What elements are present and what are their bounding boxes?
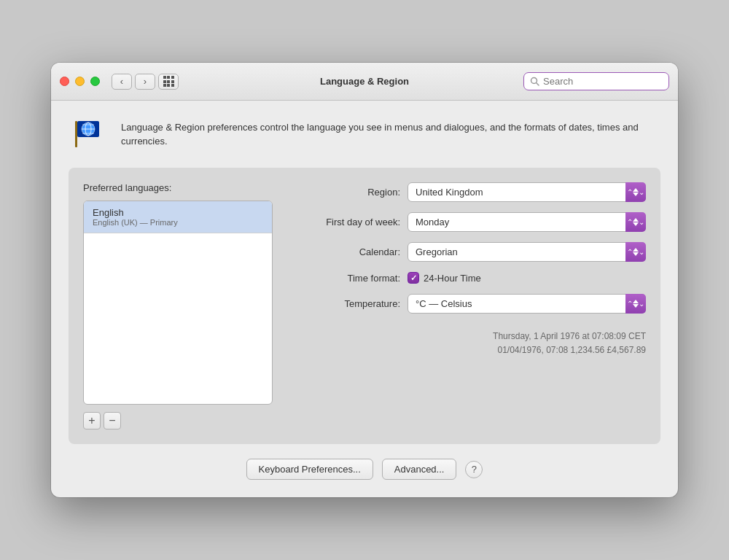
search-icon: [530, 77, 539, 86]
calendar-select-wrapper: Gregorian: [408, 242, 646, 262]
preview-line-1: Thursday, 1 April 1976 at 07:08:09 CET: [295, 330, 646, 343]
calendar-row: Calendar: Gregorian: [295, 242, 646, 262]
time-format-label: Time format:: [295, 273, 400, 284]
time-format-checkbox-area: 24-Hour Time: [408, 272, 481, 284]
forward-button[interactable]: ›: [135, 74, 155, 90]
help-button[interactable]: ?: [465, 461, 483, 478]
titlebar: ‹ › Language & Region: [51, 63, 678, 101]
add-language-button[interactable]: +: [83, 412, 101, 429]
left-column: Preferred languages: English English (UK…: [83, 182, 273, 429]
list-controls: + −: [83, 412, 273, 429]
first-day-row: First day of week: Monday: [295, 212, 646, 232]
header-description: Language & Region preferences control th…: [121, 120, 658, 149]
language-name: English: [93, 207, 263, 218]
svg-rect-2: [75, 121, 77, 147]
section-label: Preferred languages:: [83, 182, 273, 193]
region-select[interactable]: United Kingdom: [408, 182, 646, 202]
calendar-label: Calendar:: [295, 246, 400, 257]
search-input[interactable]: [543, 76, 663, 87]
preview-section: Thursday, 1 April 1976 at 07:08:09 CET 0…: [295, 330, 646, 357]
search-box[interactable]: [523, 72, 669, 90]
language-list: English English (UK) — Primary: [83, 201, 273, 405]
temperature-select-wrapper: °C — Celsius: [408, 294, 646, 314]
remove-language-button[interactable]: −: [104, 412, 121, 429]
right-column: Region: United Kingdom: [295, 182, 646, 429]
language-sub: English (UK) — Primary: [93, 218, 263, 227]
maximize-button[interactable]: [90, 77, 100, 86]
svg-line-1: [537, 83, 539, 85]
language-item-english[interactable]: English English (UK) — Primary: [84, 201, 272, 233]
time-format-checkbox[interactable]: [408, 272, 419, 284]
time-format-row: Time format: 24-Hour Time: [295, 272, 646, 284]
first-day-select-wrapper: Monday: [408, 212, 646, 232]
content-area: Language & Region preferences control th…: [51, 101, 678, 497]
header-section: Language & Region preferences control th…: [69, 115, 660, 153]
back-button[interactable]: ‹: [112, 74, 132, 90]
temperature-select[interactable]: °C — Celsius: [408, 294, 646, 314]
region-row: Region: United Kingdom: [295, 182, 646, 202]
preview-line-2: 01/04/1976, 07:08 1,234.56 £4,567.89: [295, 343, 646, 357]
globe-icon: [71, 115, 109, 153]
traffic-lights: [60, 77, 100, 86]
first-day-select[interactable]: Monday: [408, 212, 646, 232]
advanced-button[interactable]: Advanced...: [382, 459, 457, 480]
main-window: ‹ › Language & Region: [51, 63, 678, 497]
window-title: Language & Region: [320, 76, 409, 87]
grid-icon: [163, 76, 174, 87]
nav-buttons: ‹ ›: [112, 74, 155, 90]
temperature-row: Temperature: °C — Celsius: [295, 294, 646, 314]
grid-button[interactable]: [158, 74, 179, 90]
first-day-label: First day of week:: [295, 217, 400, 228]
close-button[interactable]: [60, 77, 69, 86]
minimize-button[interactable]: [75, 77, 85, 86]
region-label: Region:: [295, 187, 400, 198]
calendar-select[interactable]: Gregorian: [408, 242, 646, 262]
keyboard-prefs-button[interactable]: Keyboard Preferences...: [246, 459, 373, 480]
main-panel: Preferred languages: English English (UK…: [69, 168, 660, 444]
region-select-wrapper: United Kingdom: [408, 182, 646, 202]
bottom-bar: Keyboard Preferences... Advanced... ?: [69, 459, 660, 480]
time-format-checkbox-label: 24-Hour Time: [424, 273, 481, 284]
temperature-label: Temperature:: [295, 298, 400, 309]
